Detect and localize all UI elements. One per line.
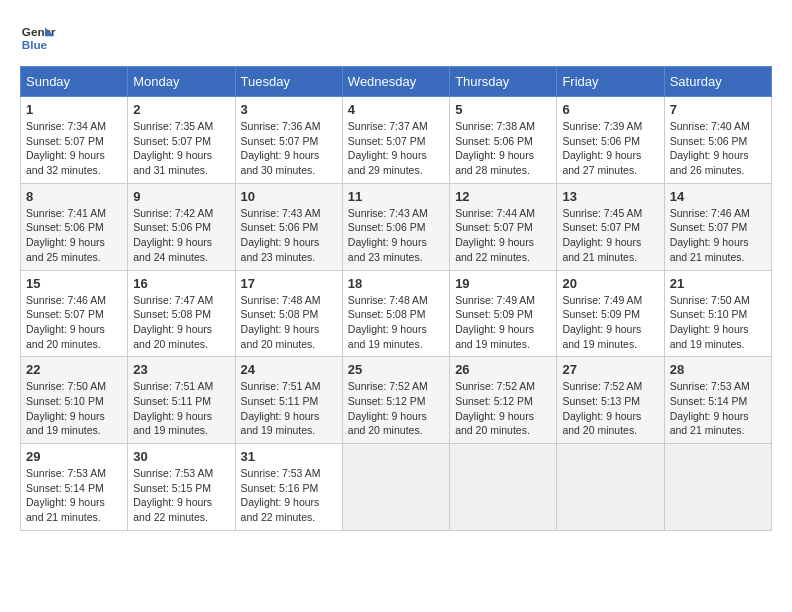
daylight-label: Daylight: 9 hours and 20 minutes. <box>241 323 320 350</box>
sunset-label: Sunset: 5:16 PM <box>241 482 319 494</box>
day-number: 1 <box>26 102 122 117</box>
day-number: 8 <box>26 189 122 204</box>
sunset-label: Sunset: 5:14 PM <box>670 395 748 407</box>
sunrise-label: Sunrise: 7:42 AM <box>133 207 213 219</box>
daylight-label: Daylight: 9 hours and 21 minutes. <box>26 496 105 523</box>
daylight-label: Daylight: 9 hours and 20 minutes. <box>133 323 212 350</box>
day-info: Sunrise: 7:44 AM Sunset: 5:07 PM Dayligh… <box>455 206 551 265</box>
daylight-label: Daylight: 9 hours and 32 minutes. <box>26 149 105 176</box>
day-info: Sunrise: 7:48 AM Sunset: 5:08 PM Dayligh… <box>348 293 444 352</box>
sunrise-label: Sunrise: 7:52 AM <box>562 380 642 392</box>
daylight-label: Daylight: 9 hours and 21 minutes. <box>670 410 749 437</box>
day-info: Sunrise: 7:50 AM Sunset: 5:10 PM Dayligh… <box>26 379 122 438</box>
calendar-cell: 2 Sunrise: 7:35 AM Sunset: 5:07 PM Dayli… <box>128 97 235 184</box>
daylight-label: Daylight: 9 hours and 20 minutes. <box>26 323 105 350</box>
calendar-cell: 5 Sunrise: 7:38 AM Sunset: 5:06 PM Dayli… <box>450 97 557 184</box>
calendar-header-row: SundayMondayTuesdayWednesdayThursdayFrid… <box>21 67 772 97</box>
daylight-label: Daylight: 9 hours and 19 minutes. <box>26 410 105 437</box>
calendar-week-2: 8 Sunrise: 7:41 AM Sunset: 5:06 PM Dayli… <box>21 183 772 270</box>
day-info: Sunrise: 7:45 AM Sunset: 5:07 PM Dayligh… <box>562 206 658 265</box>
daylight-label: Daylight: 9 hours and 31 minutes. <box>133 149 212 176</box>
sunset-label: Sunset: 5:10 PM <box>26 395 104 407</box>
day-info: Sunrise: 7:42 AM Sunset: 5:06 PM Dayligh… <box>133 206 229 265</box>
daylight-label: Daylight: 9 hours and 25 minutes. <box>26 236 105 263</box>
sunrise-label: Sunrise: 7:46 AM <box>670 207 750 219</box>
sunset-label: Sunset: 5:06 PM <box>133 221 211 233</box>
svg-text:General: General <box>22 25 56 38</box>
sunset-label: Sunset: 5:07 PM <box>670 221 748 233</box>
calendar-table: SundayMondayTuesdayWednesdayThursdayFrid… <box>20 66 772 531</box>
day-number: 10 <box>241 189 337 204</box>
sunrise-label: Sunrise: 7:49 AM <box>455 294 535 306</box>
daylight-label: Daylight: 9 hours and 19 minutes. <box>455 323 534 350</box>
sunset-label: Sunset: 5:06 PM <box>348 221 426 233</box>
day-number: 3 <box>241 102 337 117</box>
column-header-saturday: Saturday <box>664 67 771 97</box>
sunset-label: Sunset: 5:12 PM <box>455 395 533 407</box>
day-number: 15 <box>26 276 122 291</box>
day-number: 18 <box>348 276 444 291</box>
day-number: 27 <box>562 362 658 377</box>
day-info: Sunrise: 7:35 AM Sunset: 5:07 PM Dayligh… <box>133 119 229 178</box>
sunset-label: Sunset: 5:07 PM <box>455 221 533 233</box>
daylight-label: Daylight: 9 hours and 23 minutes. <box>241 236 320 263</box>
sunrise-label: Sunrise: 7:52 AM <box>348 380 428 392</box>
calendar-cell: 10 Sunrise: 7:43 AM Sunset: 5:06 PM Dayl… <box>235 183 342 270</box>
calendar-cell: 22 Sunrise: 7:50 AM Sunset: 5:10 PM Dayl… <box>21 357 128 444</box>
day-info: Sunrise: 7:51 AM Sunset: 5:11 PM Dayligh… <box>133 379 229 438</box>
sunrise-label: Sunrise: 7:51 AM <box>133 380 213 392</box>
sunrise-label: Sunrise: 7:36 AM <box>241 120 321 132</box>
sunrise-label: Sunrise: 7:53 AM <box>241 467 321 479</box>
day-number: 22 <box>26 362 122 377</box>
day-number: 23 <box>133 362 229 377</box>
sunset-label: Sunset: 5:07 PM <box>133 135 211 147</box>
day-info: Sunrise: 7:50 AM Sunset: 5:10 PM Dayligh… <box>670 293 766 352</box>
sunrise-label: Sunrise: 7:53 AM <box>26 467 106 479</box>
column-header-wednesday: Wednesday <box>342 67 449 97</box>
calendar-cell: 14 Sunrise: 7:46 AM Sunset: 5:07 PM Dayl… <box>664 183 771 270</box>
calendar-cell: 9 Sunrise: 7:42 AM Sunset: 5:06 PM Dayli… <box>128 183 235 270</box>
day-number: 7 <box>670 102 766 117</box>
daylight-label: Daylight: 9 hours and 22 minutes. <box>133 496 212 523</box>
day-number: 5 <box>455 102 551 117</box>
day-info: Sunrise: 7:51 AM Sunset: 5:11 PM Dayligh… <box>241 379 337 438</box>
calendar-cell: 19 Sunrise: 7:49 AM Sunset: 5:09 PM Dayl… <box>450 270 557 357</box>
day-info: Sunrise: 7:53 AM Sunset: 5:14 PM Dayligh… <box>26 466 122 525</box>
daylight-label: Daylight: 9 hours and 20 minutes. <box>562 410 641 437</box>
day-number: 20 <box>562 276 658 291</box>
calendar-cell: 20 Sunrise: 7:49 AM Sunset: 5:09 PM Dayl… <box>557 270 664 357</box>
daylight-label: Daylight: 9 hours and 19 minutes. <box>670 323 749 350</box>
calendar-week-5: 29 Sunrise: 7:53 AM Sunset: 5:14 PM Dayl… <box>21 444 772 531</box>
sunset-label: Sunset: 5:10 PM <box>670 308 748 320</box>
svg-text:Blue: Blue <box>22 38 48 51</box>
day-number: 21 <box>670 276 766 291</box>
sunrise-label: Sunrise: 7:43 AM <box>348 207 428 219</box>
daylight-label: Daylight: 9 hours and 22 minutes. <box>241 496 320 523</box>
day-number: 26 <box>455 362 551 377</box>
calendar-cell: 25 Sunrise: 7:52 AM Sunset: 5:12 PM Dayl… <box>342 357 449 444</box>
daylight-label: Daylight: 9 hours and 20 minutes. <box>455 410 534 437</box>
calendar-cell <box>557 444 664 531</box>
sunrise-label: Sunrise: 7:48 AM <box>241 294 321 306</box>
calendar-cell: 31 Sunrise: 7:53 AM Sunset: 5:16 PM Dayl… <box>235 444 342 531</box>
sunset-label: Sunset: 5:07 PM <box>26 135 104 147</box>
sunrise-label: Sunrise: 7:37 AM <box>348 120 428 132</box>
calendar-cell: 3 Sunrise: 7:36 AM Sunset: 5:07 PM Dayli… <box>235 97 342 184</box>
day-info: Sunrise: 7:43 AM Sunset: 5:06 PM Dayligh… <box>348 206 444 265</box>
sunset-label: Sunset: 5:08 PM <box>133 308 211 320</box>
sunset-label: Sunset: 5:06 PM <box>455 135 533 147</box>
day-number: 25 <box>348 362 444 377</box>
day-info: Sunrise: 7:34 AM Sunset: 5:07 PM Dayligh… <box>26 119 122 178</box>
sunrise-label: Sunrise: 7:43 AM <box>241 207 321 219</box>
calendar-cell: 4 Sunrise: 7:37 AM Sunset: 5:07 PM Dayli… <box>342 97 449 184</box>
calendar-cell: 27 Sunrise: 7:52 AM Sunset: 5:13 PM Dayl… <box>557 357 664 444</box>
sunset-label: Sunset: 5:07 PM <box>562 221 640 233</box>
day-info: Sunrise: 7:41 AM Sunset: 5:06 PM Dayligh… <box>26 206 122 265</box>
sunrise-label: Sunrise: 7:50 AM <box>26 380 106 392</box>
sunset-label: Sunset: 5:11 PM <box>241 395 319 407</box>
daylight-label: Daylight: 9 hours and 23 minutes. <box>348 236 427 263</box>
day-info: Sunrise: 7:53 AM Sunset: 5:14 PM Dayligh… <box>670 379 766 438</box>
day-info: Sunrise: 7:38 AM Sunset: 5:06 PM Dayligh… <box>455 119 551 178</box>
calendar-cell: 21 Sunrise: 7:50 AM Sunset: 5:10 PM Dayl… <box>664 270 771 357</box>
sunrise-label: Sunrise: 7:38 AM <box>455 120 535 132</box>
